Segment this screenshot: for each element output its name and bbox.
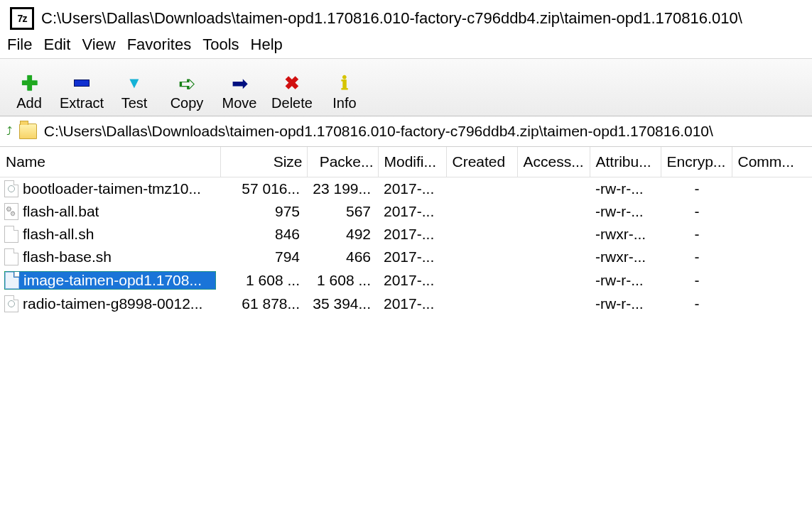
copy-arrow-icon [178, 72, 196, 94]
cell-accessed [517, 268, 590, 292]
add-button[interactable]: Add [4, 62, 54, 111]
cell-enc: - [661, 292, 732, 315]
delete-button[interactable]: Delete [267, 62, 317, 111]
table-row[interactable]: image-taimen-opd1.1708...1 608 ...1 608 … [0, 268, 812, 292]
copy-button[interactable]: Copy [162, 62, 212, 111]
cell-accessed [517, 177, 590, 201]
cell-comm [732, 223, 812, 246]
cell-enc: - [661, 200, 732, 223]
info-button[interactable]: Info [320, 62, 369, 111]
window-title: C:\Users\Dallas\Downloads\taimen-opd1.17… [41, 9, 742, 28]
col-attributes[interactable]: Attribu... [590, 147, 661, 177]
cell-size: 846 [220, 223, 307, 246]
cell-size: 975 [220, 200, 307, 223]
col-size[interactable]: Size [220, 147, 307, 177]
file-type-icon [4, 248, 18, 265]
copy-label: Copy [170, 95, 204, 111]
cell-accessed [517, 200, 590, 223]
col-name[interactable]: Name [0, 147, 220, 177]
cell-comm [732, 246, 812, 268]
file-type-icon [4, 226, 18, 243]
table-row[interactable]: bootloader-taimen-tmz10...57 016...23 19… [0, 177, 812, 201]
menu-file[interactable]: File [6, 35, 33, 54]
toolbar: Add Extract Test Copy Move Delete Info [0, 58, 812, 116]
cell-modified: 2017-... [378, 223, 446, 246]
cell-modified: 2017-... [378, 268, 446, 292]
cell-packed: 1 608 ... [307, 268, 378, 292]
test-label: Test [121, 95, 148, 111]
test-button[interactable]: Test [109, 62, 159, 111]
move-button[interactable]: Move [215, 62, 264, 111]
path-bar [0, 116, 812, 147]
info-label: Info [332, 95, 356, 111]
table-row[interactable]: radio-taimen-g8998-0012...61 878...35 39… [0, 292, 812, 315]
table-row[interactable]: flash-all.sh8464922017-...-rwxr-...- [0, 223, 812, 246]
file-name: flash-all.sh [23, 226, 94, 243]
cell-created [446, 200, 517, 223]
path-input[interactable] [43, 122, 809, 141]
file-name: radio-taimen-g8998-0012... [23, 295, 202, 312]
app-icon: 7z [10, 7, 34, 30]
file-type-icon [4, 203, 18, 220]
cell-attr: -rwxr-... [590, 246, 661, 268]
cell-attr: -rw-r-... [590, 200, 661, 223]
file-name: bootloader-taimen-tmz10... [23, 180, 201, 197]
menu-favorites[interactable]: Favorites [126, 35, 193, 54]
cell-comm [732, 177, 812, 201]
cell-modified: 2017-... [378, 200, 446, 223]
cell-modified: 2017-... [378, 246, 446, 268]
file-list[interactable]: Name Size Packe... Modifi... Created Acc… [0, 147, 812, 526]
cell-packed: 23 199... [307, 177, 378, 201]
col-comment[interactable]: Comm... [732, 147, 812, 177]
extract-label: Extract [60, 95, 104, 111]
cell-packed: 466 [307, 246, 378, 268]
file-name: flash-base.sh [23, 248, 112, 265]
extract-button[interactable]: Extract [57, 62, 107, 111]
cell-size: 1 608 ... [220, 268, 307, 292]
table-row[interactable]: flash-all.bat9755672017-...-rw-r-...- [0, 200, 812, 223]
col-accessed[interactable]: Access... [517, 147, 590, 177]
menu-tools[interactable]: Tools [201, 35, 240, 54]
cell-packed: 567 [307, 200, 378, 223]
move-label: Move [222, 95, 257, 111]
cell-enc: - [661, 268, 732, 292]
table-row[interactable]: flash-base.sh7944662017-...-rwxr-...- [0, 246, 812, 268]
cell-created [446, 223, 517, 246]
check-icon [126, 72, 142, 94]
menu-help[interactable]: Help [249, 35, 284, 54]
cell-accessed [517, 223, 590, 246]
cell-comm [732, 200, 812, 223]
add-label: Add [16, 95, 42, 111]
file-type-icon [4, 180, 18, 197]
cell-attr: -rw-r-... [590, 292, 661, 315]
file-type-icon [4, 295, 18, 312]
column-headers: Name Size Packe... Modifi... Created Acc… [0, 147, 812, 177]
cell-accessed [517, 246, 590, 268]
cell-attr: -rwxr-... [590, 223, 661, 246]
file-name: flash-all.bat [23, 203, 99, 220]
col-created[interactable]: Created [446, 147, 517, 177]
col-encrypted[interactable]: Encryp... [661, 147, 732, 177]
cell-created [446, 246, 517, 268]
file-type-icon [5, 272, 19, 289]
cell-created [446, 177, 517, 201]
file-name: image-taimen-opd1.1708... [23, 272, 202, 289]
move-arrow-icon [232, 72, 248, 94]
cell-packed: 35 394... [307, 292, 378, 315]
folder-icon [19, 124, 37, 139]
plus-icon [21, 72, 38, 94]
cell-enc: - [661, 177, 732, 201]
info-icon [341, 72, 348, 94]
col-packed[interactable]: Packe... [307, 147, 378, 177]
minus-icon [74, 72, 90, 94]
cell-size: 57 016... [220, 177, 307, 201]
menu-edit[interactable]: Edit [42, 35, 72, 54]
cell-size: 61 878... [220, 292, 307, 315]
menu-view[interactable]: View [80, 35, 117, 54]
cell-comm [732, 292, 812, 315]
cell-created [446, 268, 517, 292]
col-modified[interactable]: Modifi... [378, 147, 446, 177]
title-bar: 7z C:\Users\Dallas\Downloads\taimen-opd1… [0, 0, 812, 33]
up-one-level-icon[interactable] [3, 125, 15, 138]
cell-attr: -rw-r-... [590, 177, 661, 201]
